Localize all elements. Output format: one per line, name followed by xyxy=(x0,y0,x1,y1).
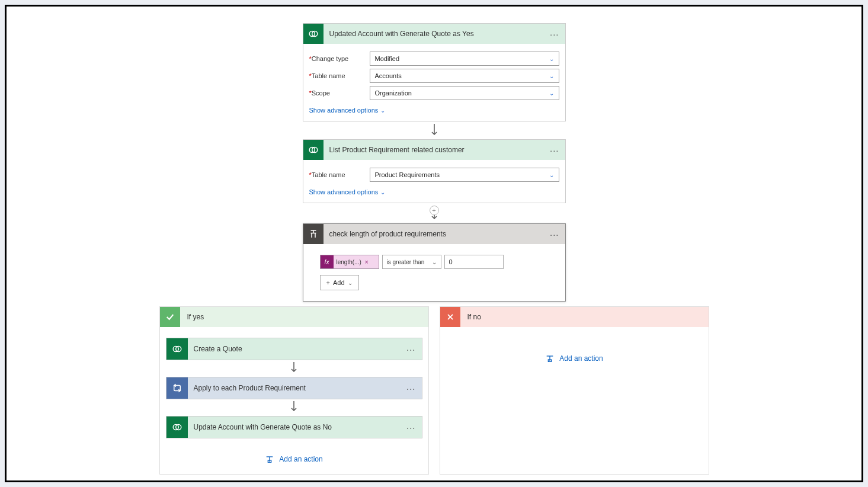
change-type-label: Change type xyxy=(312,55,348,62)
more-menu-icon[interactable]: ··· xyxy=(544,145,565,155)
show-advanced-options[interactable]: Show advanced options⌄ xyxy=(309,107,386,114)
loop-icon xyxy=(166,377,188,399)
chevron-down-icon: ⌄ xyxy=(549,172,554,178)
if-no-body: Add an action xyxy=(440,327,709,374)
if-no-branch: If no Add an action xyxy=(440,306,709,475)
add-condition-button[interactable]: +Add⌄ xyxy=(320,275,359,290)
create-quote-title: Create a Quote xyxy=(188,345,401,353)
create-quote-header[interactable]: Create a Quote ··· xyxy=(166,338,422,360)
scope-select[interactable]: Organization⌄ xyxy=(370,86,559,100)
apply-each-title: Apply to each Product Requirement xyxy=(188,384,401,392)
if-yes-branch: If yes Create a Quote ··· xyxy=(159,306,429,475)
list-body: *Table name Product Requirements⌄ Show a… xyxy=(303,160,565,203)
field-list-table: *Table name Product Requirements⌄ xyxy=(309,168,559,182)
flow-designer-frame: Updated Account with Generate Quote as Y… xyxy=(5,5,863,482)
more-menu-icon[interactable]: ··· xyxy=(401,344,422,354)
condition-title: check length of product requirements xyxy=(324,230,544,238)
if-yes-body: Create a Quote ··· Apply to each Product xyxy=(160,327,428,474)
show-advanced-options[interactable]: Show advanced options⌄ xyxy=(309,188,386,196)
plus-icon: + xyxy=(326,279,330,286)
check-icon xyxy=(160,307,180,327)
if-yes-title: If yes xyxy=(180,313,204,321)
trigger-card: Updated Account with Generate Quote as Y… xyxy=(303,23,566,121)
field-scope: *Scope Organization⌄ xyxy=(309,86,559,100)
apply-each-header[interactable]: Apply to each Product Requirement ··· xyxy=(166,377,422,399)
condition-header[interactable]: check length of product requirements ··· xyxy=(303,224,565,244)
expression-text: length(...) xyxy=(337,259,361,265)
update-account-header[interactable]: Update Account with Generate Quote as No… xyxy=(166,416,422,438)
condition-expression-row: fx length(...)× is greater than⌄ xyxy=(320,255,549,269)
condition-icon xyxy=(303,224,324,244)
create-quote-action: Create a Quote ··· xyxy=(166,338,422,360)
arrow-down-icon xyxy=(7,121,861,139)
dataverse-icon xyxy=(303,140,324,160)
dataverse-icon xyxy=(166,416,188,438)
add-step-button[interactable]: + xyxy=(430,206,439,215)
chevron-down-icon: ⌄ xyxy=(348,280,353,286)
if-no-header: If no xyxy=(440,307,709,327)
more-menu-icon[interactable]: ··· xyxy=(544,29,565,39)
fx-icon: fx xyxy=(321,255,334,268)
condition-card: check length of product requirements ···… xyxy=(303,223,566,302)
add-action-yes[interactable]: Add an action xyxy=(166,455,422,463)
chevron-down-icon: ⌄ xyxy=(380,189,385,196)
arrow-down-icon xyxy=(166,360,422,377)
list-card: List Product Requirement related custome… xyxy=(303,139,566,203)
chevron-down-icon: ⌄ xyxy=(549,73,554,79)
condition-branches: If yes Create a Quote ··· xyxy=(159,306,709,475)
add-action-icon xyxy=(545,354,555,363)
table-name-label: Table name xyxy=(312,72,345,79)
change-type-select[interactable]: Modified⌄ xyxy=(370,52,559,66)
chevron-down-icon: ⌄ xyxy=(549,90,554,97)
add-action-no[interactable]: Add an action xyxy=(446,354,703,363)
trigger-title: Updated Account with Generate Quote as Y… xyxy=(324,30,544,38)
expression-token[interactable]: fx length(...)× xyxy=(320,255,379,269)
list-header[interactable]: List Product Requirement related custome… xyxy=(303,140,565,160)
chevron-down-icon: ⌄ xyxy=(432,259,437,265)
more-menu-icon[interactable]: ··· xyxy=(401,383,422,393)
field-table-name: *Table name Accounts⌄ xyxy=(309,69,559,83)
apply-each-action: Apply to each Product Requirement ··· xyxy=(166,377,422,399)
more-menu-icon[interactable]: ··· xyxy=(401,422,422,432)
condition-body: fx length(...)× is greater than⌄ +Add⌄ xyxy=(303,244,565,301)
dataverse-icon xyxy=(303,24,324,44)
more-menu-icon[interactable]: ··· xyxy=(544,229,565,239)
if-yes-header: If yes xyxy=(160,307,428,327)
operator-select[interactable]: is greater than⌄ xyxy=(382,255,441,269)
list-table-select[interactable]: Product Requirements⌄ xyxy=(370,168,559,182)
trigger-body: *Change type Modified⌄ *Table name Accou… xyxy=(303,44,565,121)
condition-value-input[interactable] xyxy=(444,255,504,269)
update-account-title: Update Account with Generate Quote as No xyxy=(188,423,401,431)
flow-canvas: Updated Account with Generate Quote as Y… xyxy=(7,7,861,480)
scope-label: Scope xyxy=(312,89,330,97)
if-no-title: If no xyxy=(460,313,481,321)
list-title: List Product Requirement related custome… xyxy=(324,146,544,154)
close-icon xyxy=(440,307,460,327)
table-name-select[interactable]: Accounts⌄ xyxy=(370,69,559,83)
dataverse-icon xyxy=(166,338,188,360)
update-account-action: Update Account with Generate Quote as No… xyxy=(166,416,422,438)
field-change-type: *Change type Modified⌄ xyxy=(309,52,559,66)
add-action-icon xyxy=(265,455,274,463)
chevron-down-icon: ⌄ xyxy=(549,56,554,62)
arrow-down-icon xyxy=(166,399,422,416)
list-table-label: Table name xyxy=(312,171,345,178)
trigger-header[interactable]: Updated Account with Generate Quote as Y… xyxy=(303,24,565,44)
chevron-down-icon: ⌄ xyxy=(380,107,385,114)
remove-token-icon[interactable]: × xyxy=(364,259,369,265)
